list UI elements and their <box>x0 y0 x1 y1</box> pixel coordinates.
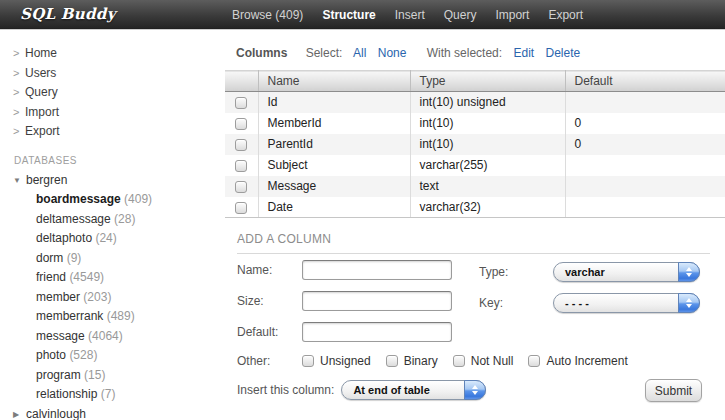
cell-name: ParentId <box>258 134 410 155</box>
sidebar-item-query[interactable]: >Query <box>0 83 225 103</box>
select-none-link[interactable]: None <box>378 46 407 60</box>
cell-type: text <box>410 176 565 197</box>
db-name: bergren <box>26 173 67 187</box>
top-navigation: Browse (409) Structure Insert Query Impo… <box>232 0 583 29</box>
select-arrows-icon <box>464 380 486 400</box>
sidebar-item-home[interactable]: >Home <box>0 44 225 64</box>
tab-import[interactable]: Import <box>495 8 529 22</box>
key-row: Key: - - - - <box>479 293 700 313</box>
default-input[interactable] <box>302 322 452 342</box>
sidebar-table-memberrank[interactable]: memberrank (489) <box>0 307 225 327</box>
table-row: Date varchar(32) <box>225 197 725 218</box>
cell-name: Subject <box>258 155 410 176</box>
cell-type: int(10) <box>410 113 565 134</box>
main-content: Columns Select: All None With selected: … <box>225 30 725 420</box>
sidebar-links: >Home >Users >Query >Import >Export <box>0 44 225 142</box>
row-count: (409) <box>124 192 152 206</box>
default-label: Default: <box>237 325 302 339</box>
not-null-label: Not Null <box>471 354 514 368</box>
sidebar-item-users[interactable]: >Users <box>0 64 225 84</box>
select-arrows-icon <box>678 262 700 282</box>
table-row: Message text <box>225 176 725 197</box>
cell-type: int(10) <box>410 134 565 155</box>
cell-name: Message <box>258 176 410 197</box>
tab-structure[interactable]: Structure <box>322 8 375 22</box>
sidebar-table-boardmessage[interactable]: boardmessage (409) <box>0 190 225 210</box>
chevron-right-icon: > <box>13 122 25 142</box>
cell-default: 0 <box>565 134 725 155</box>
sidebar-table-friend[interactable]: friend (4549) <box>0 268 225 288</box>
auto-increment-label: Auto Increment <box>546 354 627 368</box>
columns-table: Name Type Default Id int(10) unsigned Me… <box>225 70 725 218</box>
key-select[interactable]: - - - - <box>553 293 700 313</box>
row-count: (9) <box>67 251 82 265</box>
row-checkbox[interactable] <box>235 160 247 172</box>
default-row: Default: <box>237 322 452 342</box>
db-name: calvinlough <box>26 407 86 420</box>
key-select-value: - - - - <box>565 297 589 309</box>
binary-checkbox[interactable] <box>386 355 398 367</box>
insert-row: Insert this column: At end of table <box>237 380 486 400</box>
databases-section-label: DATABASES <box>14 155 225 166</box>
column-header-name: Name <box>258 71 410 92</box>
cell-default <box>565 176 725 197</box>
insert-position-value: At end of table <box>353 384 429 396</box>
row-checkbox[interactable] <box>235 181 247 193</box>
sidebar-table-dorm[interactable]: dorm (9) <box>0 249 225 269</box>
select-label: Select: <box>306 46 343 60</box>
app-logo: SQL Buddy <box>20 0 116 29</box>
sidebar-table-message[interactable]: message (4064) <box>0 327 225 347</box>
row-count: (28) <box>114 212 135 226</box>
type-row: Type: varchar <box>479 262 700 282</box>
row-checkbox[interactable] <box>235 97 247 109</box>
submit-button[interactable]: Submit <box>645 379 702 402</box>
sidebar-table-relationship[interactable]: relationship (7) <box>0 385 225 405</box>
cell-default: 0 <box>565 113 725 134</box>
column-header-default: Default <box>565 71 725 92</box>
sidebar-db-bergren[interactable]: ▼bergren <box>0 171 225 191</box>
insert-position-select[interactable]: At end of table <box>341 380 486 400</box>
edit-link[interactable]: Edit <box>513 46 534 60</box>
sidebar-item-label: Import <box>25 105 59 119</box>
cell-name: Id <box>258 92 410 113</box>
unsigned-checkbox[interactable] <box>302 355 314 367</box>
row-checkbox[interactable] <box>235 139 247 151</box>
chevron-right-icon: > <box>13 103 25 123</box>
sidebar-table-program[interactable]: program (15) <box>0 366 225 386</box>
type-select[interactable]: varchar <box>553 262 700 282</box>
row-checkbox[interactable] <box>235 118 247 130</box>
sidebar-item-import[interactable]: >Import <box>0 103 225 123</box>
with-selected-label: With selected: <box>427 46 502 60</box>
sidebar-item-export[interactable]: >Export <box>0 122 225 142</box>
sidebar-table-member[interactable]: member (203) <box>0 288 225 308</box>
sidebar-table-list: boardmessage (409) deltamessage (28) del… <box>0 190 225 405</box>
not-null-checkbox[interactable] <box>453 355 465 367</box>
cell-name: Date <box>258 197 410 218</box>
tab-query[interactable]: Query <box>444 8 477 22</box>
cell-name: MemberId <box>258 113 410 134</box>
columns-title: Columns <box>236 46 287 60</box>
sidebar-table-photo[interactable]: photo (528) <box>0 346 225 366</box>
binary-label: Binary <box>404 354 438 368</box>
row-checkbox[interactable] <box>235 202 247 214</box>
name-input[interactable] <box>302 260 452 280</box>
checkbox-column-header <box>225 71 258 92</box>
triangle-down-icon: ▼ <box>13 171 26 191</box>
tab-insert[interactable]: Insert <box>395 8 425 22</box>
sidebar-db-calvinlough[interactable]: ▶calvinlough <box>0 405 225 420</box>
sidebar-table-deltamessage[interactable]: deltamessage (28) <box>0 210 225 230</box>
tab-browse[interactable]: Browse (409) <box>232 8 303 22</box>
table-row: Id int(10) unsigned <box>225 92 725 113</box>
select-all-link[interactable]: All <box>353 46 366 60</box>
insert-column-label: Insert this column: <box>237 383 334 397</box>
row-count: (24) <box>95 231 116 245</box>
add-column-heading: ADD A COLUMN <box>237 232 710 254</box>
auto-increment-checkbox[interactable] <box>528 355 540 367</box>
tab-export[interactable]: Export <box>548 8 583 22</box>
row-count: (4064) <box>88 329 123 343</box>
table-row: ParentId int(10) 0 <box>225 134 725 155</box>
sidebar-table-deltaphoto[interactable]: deltaphoto (24) <box>0 229 225 249</box>
cell-type: varchar(255) <box>410 155 565 176</box>
size-input[interactable] <box>302 291 452 311</box>
delete-link[interactable]: Delete <box>546 46 581 60</box>
